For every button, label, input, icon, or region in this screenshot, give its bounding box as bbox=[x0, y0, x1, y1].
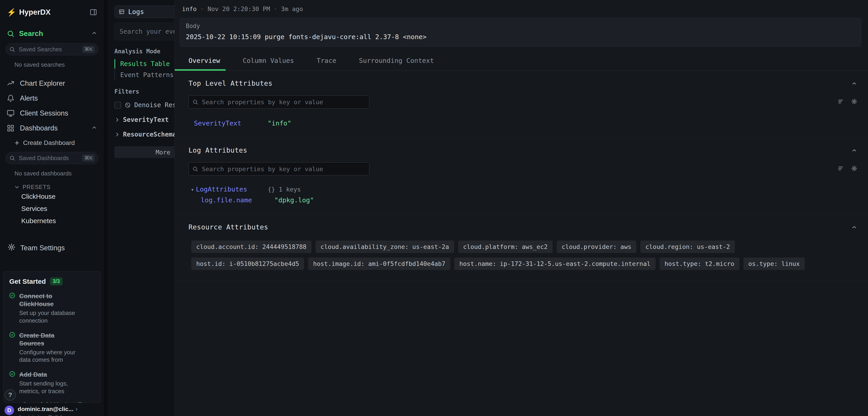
preset-item-clickhouse[interactable]: ClickHouse bbox=[0, 190, 104, 203]
sidebar-item-team-settings[interactable]: Team Settings bbox=[8, 243, 104, 253]
tab-column-values[interactable]: Column Values bbox=[243, 57, 294, 70]
saved-searches-search[interactable]: ⌘K bbox=[5, 43, 98, 55]
attribute-key[interactable]: log.file.name bbox=[201, 196, 274, 204]
denoise-results-option[interactable]: Denoise Resul bbox=[114, 101, 175, 109]
team-settings-label: Team Settings bbox=[20, 244, 65, 252]
chart-icon bbox=[7, 80, 14, 87]
help-button[interactable]: ? bbox=[4, 389, 16, 400]
tab-overview[interactable]: Overview bbox=[188, 57, 220, 70]
analysis-mode-label: Analysis Mode bbox=[114, 48, 175, 55]
chevron-right-icon: › bbox=[75, 406, 78, 413]
get-started-item-connect[interactable]: Connect to ClickHouse Set up your databa… bbox=[9, 292, 95, 325]
search-section-label: Search bbox=[19, 29, 43, 38]
collapse-sidebar-button[interactable] bbox=[90, 8, 97, 16]
panel-icon bbox=[90, 8, 97, 16]
preset-item-services[interactable]: Services bbox=[0, 203, 104, 215]
chevron-right-icon bbox=[114, 117, 120, 123]
resource-chip[interactable]: cloud.provider: aws bbox=[557, 241, 637, 253]
resource-chip[interactable]: host.image.id: ami-0f5fcdfbd140e4ab7 bbox=[308, 258, 450, 270]
get-started-footer-text: Great job! You're all bbox=[9, 401, 95, 403]
resource-chip[interactable]: os.type: linux bbox=[743, 258, 805, 270]
filters-label: Filters bbox=[114, 88, 175, 95]
chevron-up-icon[interactable] bbox=[91, 29, 97, 38]
filter-group-severitytext[interactable]: SeverityText bbox=[114, 116, 175, 123]
more-filters-button[interactable]: More filters bbox=[114, 146, 175, 158]
gear-icon[interactable] bbox=[851, 166, 857, 172]
sidebar-item-search[interactable]: Search bbox=[0, 29, 104, 38]
property-search-input[interactable] bbox=[202, 98, 366, 106]
line-wrap-icon[interactable] bbox=[838, 166, 844, 172]
user-email: dominic.tran@click... bbox=[18, 414, 99, 416]
chevron-up-icon[interactable] bbox=[91, 124, 97, 132]
more-filters-label: More filters bbox=[156, 149, 175, 156]
presets-toggle[interactable]: PRESETS bbox=[14, 184, 104, 190]
search-icon bbox=[9, 155, 15, 161]
sidebar-item-dashboards[interactable]: Dashboards bbox=[0, 121, 104, 136]
attributes-tree: ▾ LogAttributes {} 1 keys log.file.name … bbox=[188, 185, 857, 204]
plus-icon bbox=[14, 140, 20, 146]
attribute-row[interactable]: SeverityText "info" bbox=[188, 119, 857, 127]
event-search-input[interactable] bbox=[119, 28, 175, 35]
denoise-label: Denoise Resul bbox=[134, 101, 175, 109]
mode-results-table[interactable]: Results Table bbox=[115, 58, 175, 69]
search-icon bbox=[192, 166, 198, 172]
line-wrap-icon[interactable] bbox=[838, 98, 844, 106]
source-selector[interactable]: Logs bbox=[114, 5, 175, 18]
attribute-key[interactable]: SeverityText bbox=[194, 119, 268, 127]
resource-chip[interactable]: cloud.platform: aws_ec2 bbox=[458, 241, 553, 253]
get-started-title: Get Started bbox=[9, 278, 46, 285]
resource-chip[interactable]: cloud.region: us-east-2 bbox=[640, 241, 735, 253]
filter-group-resourceschemaurl[interactable]: ResourceSchemaUrl bbox=[114, 131, 175, 138]
property-search-box[interactable] bbox=[188, 95, 369, 109]
sidebar-item-alerts[interactable]: Alerts bbox=[0, 91, 104, 106]
tree-root-row[interactable]: ▾ LogAttributes {} 1 keys bbox=[188, 185, 857, 193]
log-header: info · Nov 20 2:20:30 PM · 3m ago bbox=[175, 0, 868, 12]
saved-searches-input[interactable] bbox=[18, 46, 79, 53]
no-saved-dashboards-text: No saved dashboards bbox=[14, 170, 104, 177]
tab-surrounding-context[interactable]: Surrounding Context bbox=[359, 57, 434, 70]
event-search-box[interactable] bbox=[114, 23, 175, 40]
section-log-attributes: Log Attributes ▾ LogAttributes {} 1 keys bbox=[175, 138, 868, 214]
attribute-value[interactable]: "dpkg.log" bbox=[274, 196, 314, 204]
resource-chip[interactable]: cloud.account.id: 244449518788 bbox=[191, 241, 311, 253]
sidebar-item-chart-explorer[interactable]: Chart Explorer bbox=[0, 76, 104, 91]
shortcut-badge: ⌘K bbox=[82, 46, 95, 53]
collapse-section-button[interactable] bbox=[851, 147, 857, 153]
resource-chip[interactable]: host.name: ip-172-31-12-5.us-east-2.comp… bbox=[454, 258, 655, 270]
property-search-input[interactable] bbox=[202, 165, 366, 173]
property-search-box[interactable] bbox=[188, 162, 369, 175]
attribute-value[interactable]: "info" bbox=[268, 119, 291, 127]
denoise-checkbox[interactable] bbox=[114, 102, 121, 109]
gear-icon[interactable] bbox=[851, 98, 857, 106]
app-logo[interactable]: ⚡ HyperDX bbox=[7, 8, 51, 17]
avatar: D bbox=[4, 406, 14, 415]
circle-slash-icon bbox=[125, 102, 131, 108]
tab-trace[interactable]: Trace bbox=[317, 57, 336, 70]
preset-item-kubernetes[interactable]: Kubernetes bbox=[0, 215, 104, 227]
search-icon bbox=[192, 99, 198, 105]
resource-chip[interactable]: host.id: i-0510b81275acbe4d5 bbox=[191, 258, 304, 270]
get-started-item-desc: Start sending logs, metrics, or traces bbox=[19, 380, 85, 395]
get-started-item-sources[interactable]: Create Data Sources Configure where your… bbox=[9, 331, 95, 364]
sidebar-item-client-sessions[interactable]: Client Sessions bbox=[0, 106, 104, 121]
section-title: Top Level Attributes bbox=[188, 79, 272, 87]
resource-chip[interactable]: cloud.availability_zone: us-east-2a bbox=[315, 241, 454, 253]
resource-chip[interactable]: host.type: t2.micro bbox=[659, 258, 739, 270]
mode-event-patterns[interactable]: Event Patterns bbox=[115, 69, 175, 81]
saved-dashboards-search[interactable]: ⌘K bbox=[5, 152, 98, 164]
caret-down-icon[interactable]: ▾ bbox=[191, 186, 194, 193]
collapse-section-button[interactable] bbox=[851, 81, 857, 86]
get-started-item-add-data[interactable]: Add Data Start sending logs, metrics, or… bbox=[9, 370, 95, 395]
nav-label: Dashboards bbox=[20, 124, 58, 132]
create-dashboard-button[interactable]: Create Dashboard bbox=[14, 139, 104, 147]
collapse-section-button[interactable] bbox=[851, 224, 857, 230]
gear-icon bbox=[8, 243, 16, 253]
user-menu[interactable]: D dominic.tran@clic... › dominic.tran@cl… bbox=[0, 404, 104, 416]
log-detail-panel: info · Nov 20 2:20:30 PM · 3m ago Body 2… bbox=[175, 0, 868, 416]
tree-root-key[interactable]: LogAttributes bbox=[196, 185, 268, 193]
separator-dot: · bbox=[200, 5, 204, 12]
attribute-row[interactable]: log.file.name "dpkg.log" bbox=[188, 196, 857, 204]
resource-attribute-chips: cloud.account.id: 244449518788 cloud.ava… bbox=[188, 241, 848, 270]
log-level: info bbox=[182, 5, 197, 12]
saved-dashboards-input[interactable] bbox=[18, 154, 79, 162]
